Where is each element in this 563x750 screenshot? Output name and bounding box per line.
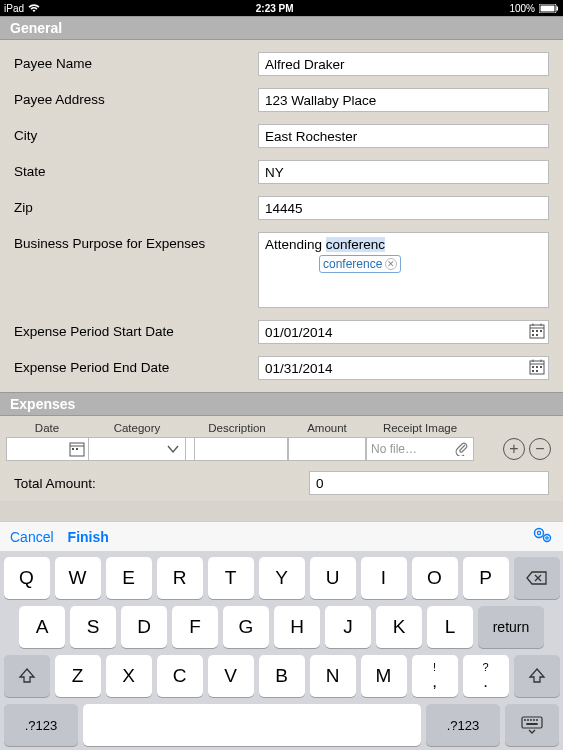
calendar-icon[interactable] [529,359,545,375]
svg-rect-10 [532,334,534,336]
settings-button[interactable] [533,527,553,546]
svg-rect-18 [540,366,542,368]
backspace-icon [526,570,548,586]
label-city: City [14,124,258,143]
calendar-icon[interactable] [529,323,545,339]
key-s[interactable]: S [70,606,116,648]
add-row-button[interactable]: + [503,438,525,460]
autocorrect-suggestion: conference [323,257,382,271]
svg-rect-2 [557,6,559,10]
key-return[interactable]: return [478,606,544,648]
col-header-description: Description [186,422,288,434]
key-k[interactable]: K [376,606,422,648]
keyboard-toolbar: Cancel Finish [0,521,563,551]
key-d[interactable]: D [121,606,167,648]
input-state[interactable] [258,160,549,184]
svg-rect-29 [522,717,542,728]
key-a[interactable]: A [19,606,65,648]
status-time: 2:23 PM [40,3,509,14]
key-comma[interactable]: !, [412,655,458,697]
key-n[interactable]: N [310,655,356,697]
device-label: iPad [4,3,24,14]
key-p[interactable]: P [463,557,509,599]
key-m[interactable]: M [361,655,407,697]
key-backspace[interactable] [514,557,560,599]
cancel-button[interactable]: Cancel [10,529,54,545]
key-e[interactable]: E [106,557,152,599]
svg-rect-16 [532,366,534,368]
svg-rect-23 [72,448,74,450]
total-amount [309,471,549,495]
key-y[interactable]: Y [259,557,305,599]
autocorrect-bubble[interactable]: conference ✕ [319,255,401,273]
key-l[interactable]: L [427,606,473,648]
key-q[interactable]: Q [4,557,50,599]
key-t[interactable]: T [208,557,254,599]
keyboard-row-3: Z X C V B N M !, ?. [4,655,559,697]
svg-point-28 [546,537,548,539]
key-mode-right[interactable]: .?123 [426,704,500,746]
expense-receipt-picker[interactable]: No file… [366,437,474,461]
key-v[interactable]: V [208,655,254,697]
svg-rect-7 [532,330,534,332]
key-z[interactable]: Z [55,655,101,697]
input-end-date[interactable] [258,356,549,380]
svg-rect-20 [536,370,538,372]
expenses-form: Date Category Description Amount Receipt… [0,416,563,501]
label-purpose: Business Purpose for Expenses [14,232,258,251]
key-b[interactable]: B [259,655,305,697]
label-start-date: Expense Period Start Date [14,320,258,339]
svg-rect-19 [532,370,534,372]
section-header-general: General [0,16,563,40]
key-o[interactable]: O [412,557,458,599]
key-shift-left[interactable] [4,655,50,697]
key-x[interactable]: X [106,655,152,697]
wifi-icon [28,4,40,13]
expense-amount-input[interactable] [288,437,366,461]
hide-keyboard-icon [520,716,544,734]
key-mode-left[interactable]: .?123 [4,704,78,746]
key-g[interactable]: G [223,606,269,648]
key-f[interactable]: F [172,606,218,648]
svg-rect-8 [536,330,538,332]
key-i[interactable]: I [361,557,407,599]
battery-pct: 100% [509,3,535,14]
input-payee-address[interactable] [258,88,549,112]
close-icon[interactable]: ✕ [385,258,397,270]
key-h[interactable]: H [274,606,320,648]
keyboard-row-2: A S D F G H J K L return [4,606,559,648]
key-j[interactable]: J [325,606,371,648]
svg-rect-1 [541,5,555,11]
input-payee-name[interactable] [258,52,549,76]
col-header-category: Category [88,422,186,434]
input-start-date[interactable] [258,320,549,344]
key-w[interactable]: W [55,557,101,599]
section-header-expenses: Expenses [0,392,563,416]
svg-rect-9 [540,330,542,332]
input-purpose[interactable]: Attending conferenc conference ✕ [258,232,549,308]
shift-icon [528,667,546,685]
finish-button[interactable]: Finish [68,529,109,545]
gear-icon [533,527,553,543]
svg-point-27 [544,535,551,542]
key-space[interactable] [83,704,421,746]
svg-rect-24 [76,448,78,450]
keyboard-row-4: .?123 .?123 [4,704,559,746]
battery-icon [539,4,559,13]
input-city[interactable] [258,124,549,148]
key-u[interactable]: U [310,557,356,599]
col-header-amount: Amount [288,422,366,434]
key-r[interactable]: R [157,557,203,599]
key-c[interactable]: C [157,655,203,697]
key-shift-right[interactable] [514,655,560,697]
svg-rect-17 [536,366,538,368]
input-zip[interactable] [258,196,549,220]
chevron-down-icon [166,442,180,456]
expense-description-input[interactable] [186,437,288,461]
label-zip: Zip [14,196,258,215]
key-hide-keyboard[interactable] [505,704,559,746]
on-screen-keyboard: Q W E R T Y U I O P A S D F G H J K L re… [0,551,563,750]
remove-row-button[interactable]: − [529,438,551,460]
calendar-icon[interactable] [69,441,85,457]
key-period[interactable]: ?. [463,655,509,697]
